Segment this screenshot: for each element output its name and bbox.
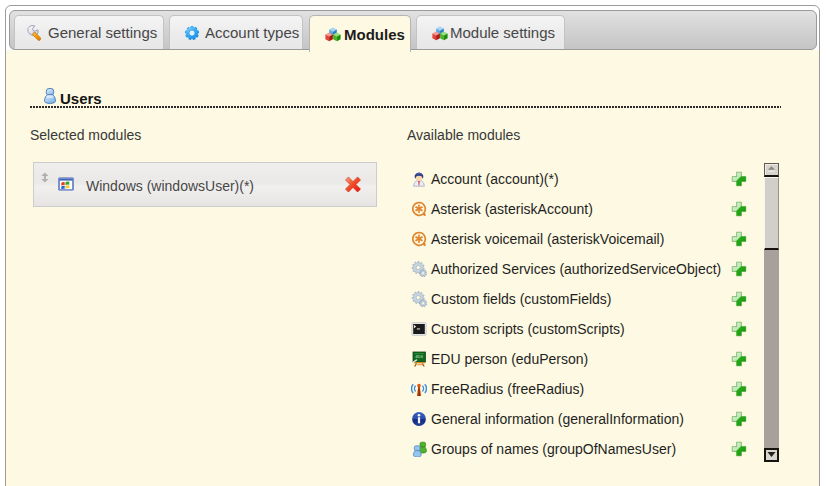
svg-text:4D3: 4D3 bbox=[415, 354, 423, 359]
